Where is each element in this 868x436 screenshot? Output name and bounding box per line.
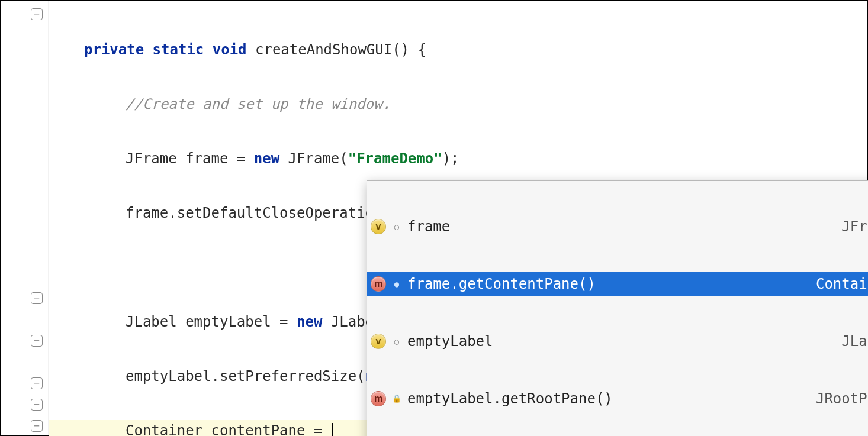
autocomplete-item[interactable]: v emptyLabel JLabel [367,329,868,353]
gutter: − − − − − − [1,1,49,435]
code-text: new [254,150,279,167]
visibility-icon [392,279,401,289]
autocomplete-item-selected[interactable]: m frame.getContentPane() Container [367,272,868,296]
visibility-icon [392,222,401,231]
fold-icon[interactable]: − [31,399,43,411]
autocomplete-item[interactable]: m emptyLabel.getRootPane() JRootPane [367,386,868,411]
code-comment: //Create and set up the window. [126,96,391,112]
text-caret [332,423,333,436]
fold-icon[interactable]: − [31,377,43,389]
fold-icon[interactable]: − [31,335,43,347]
code-text: JFrame frame = [126,150,254,167]
visibility-icon [392,394,401,403]
variable-icon: v [371,219,386,234]
code-string: "FrameDemo" [348,150,442,167]
autocomplete-item-type: JRootPane [816,390,868,407]
visibility-icon [392,337,401,346]
autocomplete-item-label: emptyLabel [407,333,835,350]
autocomplete-item-type: Container [816,276,868,292]
autocomplete-item-type: JLabel [841,333,868,350]
code-text: JLabel emptyLabel = [126,314,297,330]
fold-icon[interactable]: − [31,8,43,20]
code-text: emptyLabel.setPreferredSize( [126,368,365,385]
code-editor[interactable]: − − − − − − private static void createAn… [0,0,868,436]
method-icon: m [371,276,386,292]
autocomplete-item-label: frame.getContentPane() [407,276,810,292]
code-text: JFrame( [279,150,348,167]
code-text: private static void [84,41,247,58]
autocomplete-item-label: emptyLabel.getRootPane() [407,390,810,407]
method-icon: m [371,391,386,406]
autocomplete-popup[interactable]: v frame JFrame m frame.getContentPane() … [367,180,868,436]
code-area[interactable]: private static void createAndShowGUI() {… [49,1,867,435]
autocomplete-item-type: JFrame [841,218,868,235]
autocomplete-item[interactable]: v frame JFrame [367,214,868,238]
code-text: ); [442,150,459,167]
autocomplete-item-label: frame [407,218,835,235]
code-text: createAndShowGUI() { [247,41,426,58]
variable-icon: v [371,334,386,349]
code-text: new [297,314,322,330]
fold-icon[interactable]: − [31,420,43,432]
code-text: Container contentPane = [126,422,331,436]
fold-icon[interactable]: − [31,292,43,304]
